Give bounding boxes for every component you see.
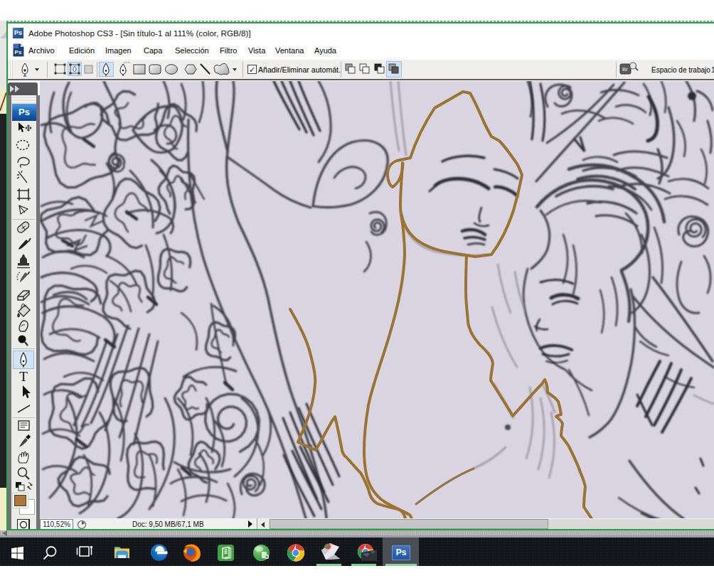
svg-text:Ps: Ps xyxy=(15,49,22,55)
svg-text:T: T xyxy=(19,369,28,384)
svg-text:Br: Br xyxy=(622,66,628,73)
